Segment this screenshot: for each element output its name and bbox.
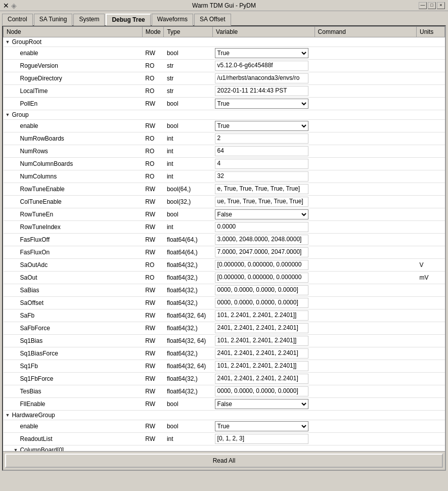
variable-field: 7.0000, 2047.0000, 2047.0000]	[215, 247, 308, 257]
variable-dropdown[interactable]: TrueFalse	[215, 99, 308, 109]
units-cell	[417, 183, 445, 196]
command-cell	[315, 37, 416, 47]
close-button[interactable]: ×	[437, 2, 445, 9]
variable-dropdown[interactable]: TrueFalse	[215, 121, 308, 131]
variable-cell[interactable]: TrueFalse	[213, 120, 315, 132]
variable-cell[interactable]: TrueFalse	[213, 420, 315, 433]
units-cell	[417, 445, 445, 452]
variable-dropdown[interactable]: TrueFalse	[215, 399, 308, 409]
units-cell	[417, 234, 445, 246]
maximize-button[interactable]: □	[428, 2, 436, 9]
type-cell: float64(32,)	[164, 284, 213, 297]
units-cell	[417, 37, 445, 47]
tab-waveforms[interactable]: Waveforms	[152, 14, 193, 26]
table-row: Sq1BiasRWfloat64(32, 64)101, 2.2401, 2.2…	[4, 335, 445, 347]
variable-dropdown[interactable]: TrueFalse	[215, 421, 308, 431]
variable-dropdown[interactable]: TrueFalse	[215, 209, 308, 219]
table-row: FasFluxOnRWfloat64(64,)7.0000, 2047.0000…	[4, 246, 445, 259]
node-name: SaFb	[20, 312, 35, 319]
minimize-button[interactable]: —	[419, 2, 427, 9]
variable-cell	[213, 110, 315, 120]
col-type: Type	[164, 27, 213, 37]
read-all-button[interactable]: Read All	[5, 454, 443, 468]
type-cell: float64(32, 64)	[164, 360, 213, 373]
command-cell	[315, 322, 416, 335]
type-cell	[164, 110, 213, 120]
table-row: SaFbRWfloat64(32, 64)101, 2.2401, 2.2401…	[4, 309, 445, 322]
type-cell: float64(32,)	[164, 347, 213, 360]
variable-cell[interactable]: TrueFalse	[213, 398, 315, 411]
variable-cell[interactable]: TrueFalse	[213, 98, 315, 110]
node-name: ColumnBoard[0]	[20, 447, 64, 451]
node-name: FasFluxOff	[20, 236, 50, 243]
tree-expand-icon[interactable]: ▼	[6, 112, 10, 117]
variable-cell: 2401, 2.2401, 2.2401, 2.2401]	[213, 322, 315, 335]
node-name: NumRows	[20, 148, 48, 155]
mode-cell: RO	[142, 170, 164, 183]
tree-table-container[interactable]: Node Mode Type Variable Command Units ▼G…	[3, 26, 445, 451]
table-row: NumColumnBoardsROint4	[4, 158, 445, 170]
node-name: SaOutAdc	[20, 261, 48, 269]
units-cell	[417, 221, 445, 234]
variable-cell: v5.12.0-6-g6c45488f	[213, 60, 315, 72]
variable-cell: [0.000000, 0.000000, 0.000000	[213, 259, 315, 272]
type-cell: int	[164, 170, 213, 183]
mode-cell: RW	[142, 398, 164, 411]
command-cell	[315, 208, 416, 221]
table-row: RogueDirectoryROstr/u1/rherbst/anaconda3…	[4, 72, 445, 85]
tab-system[interactable]: System	[73, 14, 105, 26]
variable-field: 101, 2.2401, 2.2401, 2.2401]]	[215, 310, 308, 321]
variable-cell[interactable]: TrueFalse	[213, 208, 315, 221]
variable-cell: /u1/rherbst/anaconda3/envs/ro	[213, 72, 315, 85]
node-name: Sq1Bias	[20, 337, 43, 344]
node-name: SaFbForce	[20, 325, 50, 332]
variable-cell: 2	[213, 132, 315, 145]
type-cell: bool	[164, 208, 213, 221]
table-row: Sq1BiasForceRWfloat64(32,)2401, 2.2401, …	[4, 347, 445, 360]
variable-cell[interactable]: TrueFalse	[213, 47, 315, 60]
mode-cell: RW	[142, 360, 164, 373]
node-name: FllEnable	[20, 400, 46, 408]
node-name: Sq1BiasForce	[20, 350, 58, 357]
command-cell	[315, 145, 416, 158]
mode-cell: RW	[142, 120, 164, 132]
variable-cell: 0000, 0.0000, 0.0000, 0.0000]	[213, 284, 315, 297]
units-cell	[417, 72, 445, 85]
tab-sa-offset[interactable]: SA Offset	[194, 14, 231, 26]
variable-cell: ue, True, True, True, True, True]	[213, 196, 315, 208]
mode-cell	[142, 110, 164, 120]
table-row: Sq1FbRWfloat64(32, 64)101, 2.2401, 2.240…	[4, 360, 445, 373]
tree-expand-icon[interactable]: ▼	[14, 448, 18, 451]
node-name: RowTuneIndex	[20, 224, 61, 231]
table-row: ▼Group	[4, 110, 445, 120]
tab-sa-tuning[interactable]: SA Tuning	[34, 14, 73, 26]
variable-field: 32	[215, 171, 308, 182]
tab-control[interactable]: Control	[2, 14, 33, 26]
command-cell	[315, 309, 416, 322]
debug-tree-table: Node Mode Type Variable Command Units ▼G…	[3, 26, 445, 451]
col-mode: Mode	[142, 27, 164, 37]
command-cell	[315, 297, 416, 309]
type-cell: int	[164, 145, 213, 158]
units-cell	[417, 110, 445, 120]
node-name: ColTuneEnable	[20, 198, 62, 205]
table-row: NumRowsROint64	[4, 145, 445, 158]
variable-cell: 0000, 0.0000, 0.0000, 0.0000]	[213, 385, 315, 398]
tab-debug-tree[interactable]: Debug Tree	[106, 14, 150, 26]
tree-expand-icon[interactable]: ▼	[6, 413, 10, 418]
variable-field: 0000, 0.0000, 0.0000, 0.0000]	[215, 386, 308, 396]
type-cell: str	[164, 60, 213, 72]
tree-expand-icon[interactable]: ▼	[6, 39, 10, 44]
command-cell	[315, 158, 416, 170]
variable-field: 101, 2.2401, 2.2401, 2.2401]]	[215, 361, 308, 371]
command-cell	[315, 132, 416, 145]
mode-cell: RW	[142, 246, 164, 259]
mode-cell: RW	[142, 347, 164, 360]
command-cell	[315, 196, 416, 208]
node-name: LocalTime	[20, 87, 48, 95]
type-cell: int	[164, 132, 213, 145]
table-row: ▼ColumnBoard[0]	[4, 445, 445, 452]
type-cell	[164, 411, 213, 420]
variable-dropdown[interactable]: TrueFalse	[215, 48, 308, 58]
units-cell	[417, 284, 445, 297]
